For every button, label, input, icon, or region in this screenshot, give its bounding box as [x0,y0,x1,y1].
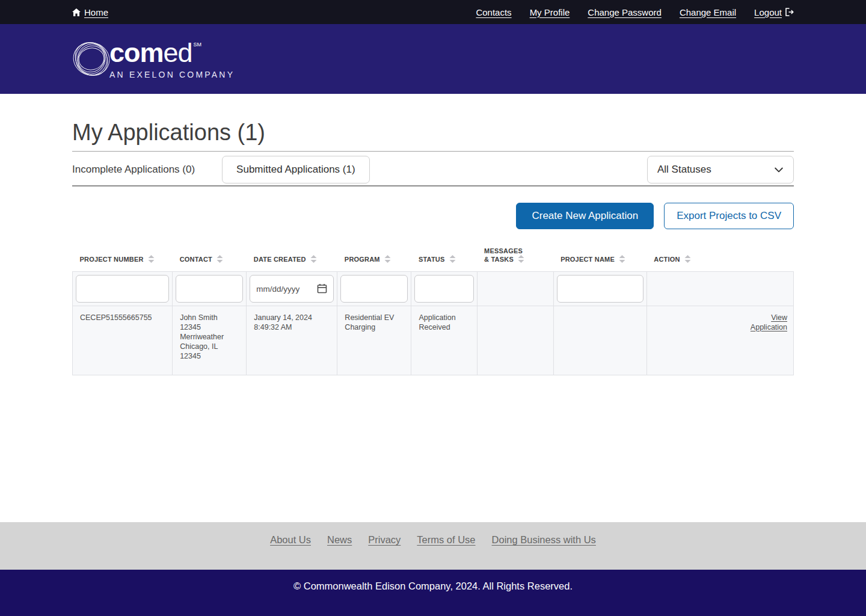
main-content: My Applications (1) Incomplete Applicati… [0,119,866,375]
nav-change-email[interactable]: Change Email [680,7,736,17]
top-utility-bar: Home Contacts My Profile Change Password… [0,0,866,24]
action-buttons: Create New Application Export Projects t… [72,203,794,229]
divider-under-tabs [72,185,794,186]
column-header-action[interactable]: ACTION [646,247,793,272]
topnav-links: Contacts My Profile Change Password Chan… [476,7,794,17]
sort-icon [310,254,317,263]
nav-my-profile[interactable]: My Profile [530,7,570,17]
filter-messages-tasks-empty [477,272,553,306]
column-header-date-created[interactable]: DATE CREATED [247,247,337,272]
applications-table: PROJECT NUMBER CONTACT DATE CREATED PROG… [72,247,794,375]
service-mark: SM [194,42,202,48]
filter-date-created [250,275,334,303]
sort-icon [518,254,524,263]
comed-swirl-icon [72,40,111,78]
column-header-program[interactable]: PROGRAM [337,247,411,272]
view-application-link[interactable]: View Application [737,313,787,332]
cell-messages-tasks [477,306,553,375]
status-filter-value: All Statuses [657,164,711,176]
sort-icon [449,254,456,263]
sort-icon [148,254,155,263]
copyright-text: © Commonwealth Edison Company, 2024. All… [293,581,573,592]
footer-news[interactable]: News [327,534,352,546]
sort-icon [384,254,391,263]
create-new-application-button[interactable]: Create New Application [516,203,654,229]
footer-links-bar: About Us News Privacy Terms of Use Doing… [0,522,866,570]
filter-action-empty [646,272,793,306]
filter-contact-input[interactable] [176,275,243,303]
cell-project-name [553,306,646,375]
chevron-down-icon [773,164,785,176]
logout-link[interactable]: Logout [754,7,794,17]
tab-submitted-applications[interactable]: Submitted Applications (1) [222,156,370,183]
comed-logo: comedSM AN EXELON COMPANY [72,39,235,79]
export-projects-csv-button[interactable]: Export Projects to CSV [664,203,794,229]
brand-header: comedSM AN EXELON COMPANY [0,24,866,94]
tab-incomplete-applications[interactable]: Incomplete Applications (0) [72,164,195,176]
logo-text: comedSM AN EXELON COMPANY [109,39,235,79]
nav-change-password[interactable]: Change Password [588,7,662,17]
divider-under-title [72,151,794,152]
cell-status: Application Received [411,306,477,375]
column-header-project-number[interactable]: PROJECT NUMBER [73,247,173,272]
home-link[interactable]: Home [72,7,108,17]
page: Home Contacts My Profile Change Password… [0,0,866,616]
logo-wordmark: comedSM [109,39,235,66]
column-header-messages-tasks[interactable]: MESSAGES & TASKS [477,247,553,272]
applications-tabs: Incomplete Applications (0) Submitted Ap… [72,156,794,183]
footer-terms-of-use[interactable]: Terms of Use [417,534,475,546]
cell-program: Residential EV Charging [337,306,411,375]
sort-icon [216,254,223,263]
sort-icon [684,254,691,263]
filter-project-number-input[interactable] [76,275,169,303]
table-row: CECEP51555665755 John Smith 12345 Merriw… [73,306,794,375]
nav-contacts[interactable]: Contacts [476,7,511,17]
filter-program-input[interactable] [340,275,408,303]
table-filter-row [73,272,794,306]
copyright-bar: © Commonwealth Edison Company, 2024. All… [0,570,866,616]
page-title: My Applications (1) [72,119,794,146]
footer-doing-business[interactable]: Doing Business with Us [492,534,596,546]
logout-label: Logout [754,7,782,17]
home-label: Home [84,7,108,17]
cell-action: View Application [646,306,793,375]
filter-date-created-input[interactable] [250,275,334,303]
cell-project-number: CECEP51555665755 [73,306,173,375]
table-header-row: PROJECT NUMBER CONTACT DATE CREATED PROG… [73,247,794,272]
home-icon [72,8,81,16]
column-header-status[interactable]: STATUS [411,247,477,272]
status-filter-select[interactable]: All Statuses [647,156,794,183]
footer-about-us[interactable]: About Us [270,534,311,546]
logo-tagline: AN EXELON COMPANY [109,70,235,79]
cell-date-created: January 14, 2024 8:49:32 AM [247,306,337,375]
filter-project-name-input[interactable] [557,275,643,303]
logout-icon [785,8,794,16]
sort-icon [619,254,625,263]
column-header-project-name[interactable]: PROJECT NAME [553,247,646,272]
filter-status-input[interactable] [414,275,473,303]
cell-contact: John Smith 12345 Merriweather Chicago, I… [173,306,247,375]
footer-privacy[interactable]: Privacy [368,534,401,546]
column-header-contact[interactable]: CONTACT [173,247,247,272]
